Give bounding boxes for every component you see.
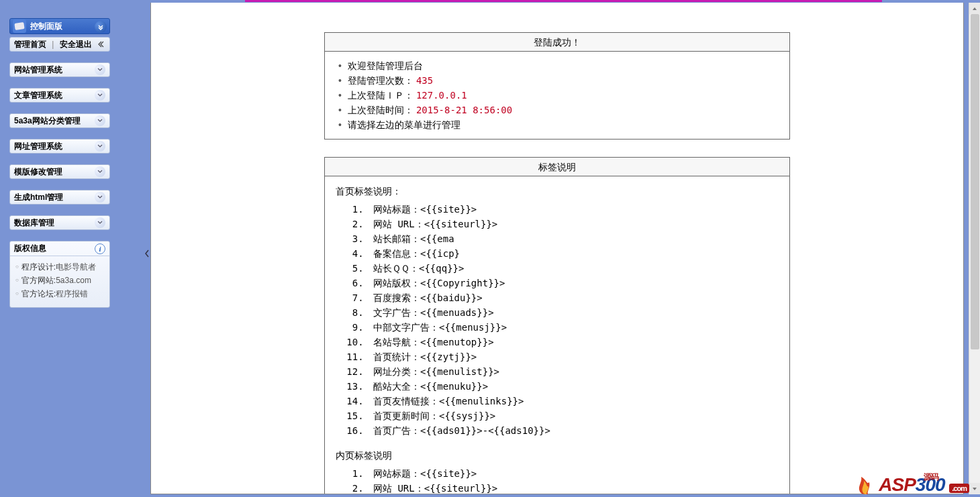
menu-label: 5a3a网站分类管理: [14, 115, 81, 127]
copyright-item: 程序设计: 电影导航者: [15, 260, 104, 274]
chevron-down-icon: [95, 166, 105, 177]
main-content: 登陆成功！ 欢迎登陆管理后台 登陆管理次数： 435 上次登陆ＩＰ： 127.0…: [150, 3, 964, 494]
menu-label: 生成html管理: [14, 192, 63, 203]
collapse-left-icon[interactable]: [96, 40, 105, 49]
brand-dotcom: .com: [949, 484, 969, 493]
tag-item: 中部文字广告：<{{menusj}}>: [369, 320, 779, 335]
chevron-down-icon: [95, 90, 105, 101]
tag-item: 站长邮箱：<{{ema: [369, 231, 779, 246]
panel-logo-icon: [13, 19, 26, 33]
scroll-down-button[interactable]: [969, 483, 980, 494]
brand-text: 源码 ASP300 .com: [879, 474, 969, 496]
brand-cn: 源码: [924, 472, 938, 483]
menu-item-template-manage[interactable]: 模版修改管理: [9, 164, 110, 179]
menu-item-url-manage[interactable]: 网址管理系统: [9, 139, 110, 154]
menu-label: 数据库管理: [14, 217, 54, 229]
tag-item: 网址分类：<{{menulist}}>: [369, 364, 779, 379]
tag-item: 首页更新时间：<{{sysj}}>: [369, 408, 779, 423]
sidebar: 控制面版 管理首页 | 安全退出 网站管理系统 文章管理系统 5a3a网站分类管…: [9, 18, 110, 308]
home-tags-list: 网站标题：<{{site}}> 网站 URL：<{{siteurl}}> 站长邮…: [336, 202, 779, 438]
login-ip-row: 上次登陆ＩＰ： 127.0.0.1: [338, 88, 779, 103]
copyright-panel: 版权信息 i 程序设计: 电影导航者 官方网站: 5a3a.com 官方论坛: …: [9, 241, 110, 308]
scroll-thumb[interactable]: [971, 14, 979, 349]
home-tags-section-title: 首页标签说明：: [336, 183, 779, 199]
tag-item: 站长ＱＱ：<{{qq}}>: [369, 261, 779, 276]
login-ip-label: 上次登陆ＩＰ：: [348, 90, 413, 101]
vertical-scrollbar[interactable]: [969, 3, 980, 494]
quick-links-bar: 管理首页 | 安全退出: [9, 37, 110, 52]
tag-item: 文字广告：<{{menuads}}>: [369, 305, 779, 320]
top-accent-stripe: [0, 0, 980, 2]
copyright-item: 官方论坛: 程序报错: [15, 287, 104, 300]
tag-item: 网站版权：<{{Copyright}}>: [369, 276, 779, 290]
login-time-label: 上次登陆时间：: [348, 105, 413, 115]
inner-tags-section-title: 内页标签说明: [336, 447, 779, 463]
login-welcome: 欢迎登陆管理后台: [338, 58, 779, 73]
copyright-value[interactable]: 电影导航者: [56, 260, 96, 274]
copyright-label: 官方网站:: [21, 274, 56, 287]
separator: |: [52, 40, 54, 49]
copyright-header: 版权信息 i: [10, 241, 109, 256]
tag-item: 备案信息：<{{icp}: [369, 246, 779, 261]
control-panel-header: 控制面版: [9, 18, 110, 34]
menu-item-category-manage[interactable]: 5a3a网站分类管理: [9, 113, 110, 128]
chevron-down-icon: [95, 217, 105, 228]
login-success-card: 登陆成功！ 欢迎登陆管理后台 登陆管理次数： 435 上次登陆ＩＰ： 127.0…: [324, 32, 790, 140]
admin-home-link[interactable]: 管理首页: [14, 39, 46, 50]
menu-label: 网站管理系统: [14, 64, 62, 76]
tag-item: 首页广告：<{{ads01}}>-<{{ads10}}>: [369, 423, 779, 438]
tag-item: 百度搜索：<{{baidu}}>: [369, 290, 779, 305]
tag-item: 首页友情链接：<{{menulinks}}>: [369, 394, 779, 408]
login-ip-value: 127.0.0.1: [416, 90, 467, 101]
chevron-down-icon: [95, 141, 105, 152]
panel-title: 控制面版: [30, 21, 62, 32]
copyright-label: 程序设计:: [21, 260, 56, 274]
login-count-row: 登陆管理次数： 435: [338, 73, 779, 88]
tag-item: 名站导航：<{{menutop}}>: [369, 335, 779, 349]
info-icon: i: [95, 243, 105, 254]
menu-item-site-manage[interactable]: 网站管理系统: [9, 62, 110, 77]
panel-expand-icon[interactable]: [95, 21, 107, 33]
tags-card-title: 标签说明: [325, 158, 789, 176]
login-time-row: 上次登陆时间： 2015-8-21 8:56:00: [338, 103, 779, 117]
tag-item: 网站标题：<{{site}}>: [369, 466, 779, 481]
tag-item: 酷站大全：<{{menuku}}>: [369, 379, 779, 394]
login-card-title: 登陆成功！: [325, 33, 789, 52]
brand-asp: ASP: [879, 474, 916, 495]
inner-tags-list: 网站标题：<{{site}}> 网站 URL：<{{siteurl}}>: [336, 466, 779, 494]
menu-label: 网址管理系统: [14, 141, 62, 152]
copyright-value[interactable]: 程序报错: [56, 287, 88, 300]
flame-icon: [853, 473, 876, 496]
tag-item: 首页统计：<{{zytj}}>: [369, 349, 779, 364]
chevron-down-icon: [95, 192, 105, 203]
chevron-down-icon: [95, 64, 105, 75]
sidebar-collapse-handle[interactable]: [144, 247, 150, 260]
copyright-item: 官方网站: 5a3a.com: [15, 274, 104, 287]
tags-help-card: 标签说明 首页标签说明： 网站标题：<{{site}}> 网站 URL：<{{s…: [324, 157, 790, 494]
login-count-value: 435: [416, 75, 433, 86]
scroll-up-button[interactable]: [969, 3, 980, 14]
menu-item-html-generate[interactable]: 生成html管理: [9, 190, 110, 205]
copyright-value[interactable]: 5a3a.com: [56, 274, 91, 287]
menu-item-article-manage[interactable]: 文章管理系统: [9, 88, 110, 103]
brand-watermark: 源码 ASP300 .com: [853, 473, 969, 496]
tag-item: 网站 URL：<{{siteurl}}>: [369, 217, 779, 231]
login-time-value: 2015-8-21 8:56:00: [416, 105, 512, 115]
tag-item: 网站标题：<{{site}}>: [369, 202, 779, 217]
chevron-down-icon: [95, 115, 105, 126]
copyright-label: 官方论坛:: [21, 287, 56, 300]
menu-item-database-manage[interactable]: 数据库管理: [9, 215, 110, 230]
login-hint: 请选择左边的菜单进行管理: [338, 117, 779, 132]
menu-label: 模版修改管理: [14, 166, 62, 178]
tag-item: 网站 URL：<{{siteurl}}>: [369, 481, 779, 494]
menu-label: 文章管理系统: [14, 90, 62, 101]
copyright-title: 版权信息: [14, 243, 46, 254]
logout-link[interactable]: 安全退出: [60, 39, 92, 50]
login-count-label: 登陆管理次数：: [348, 75, 413, 86]
